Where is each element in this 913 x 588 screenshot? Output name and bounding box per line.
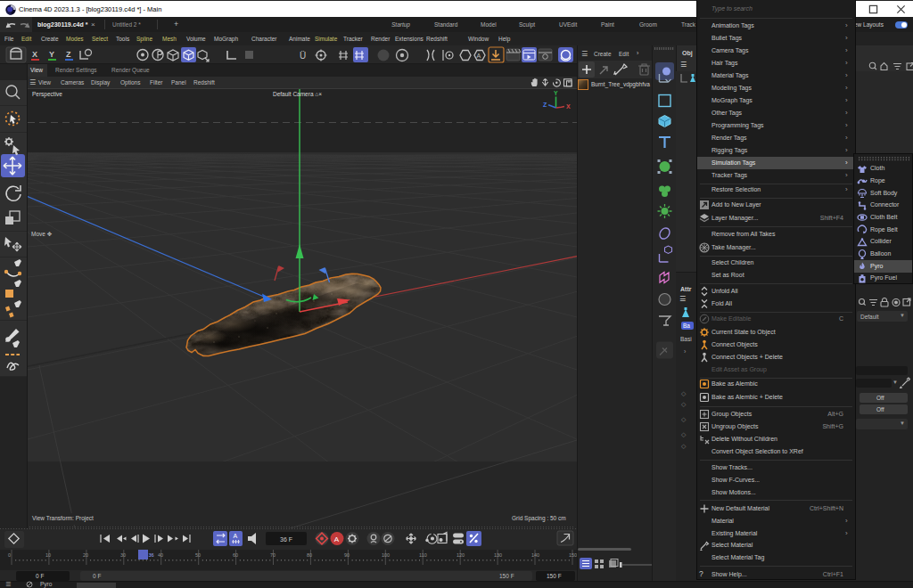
svg-text:110: 110 [419, 552, 427, 558]
svg-text:10: 10 [45, 552, 51, 558]
svg-text:130: 130 [494, 552, 502, 558]
svg-text:Basi: Basi [680, 336, 692, 342]
svg-text:A: A [334, 535, 340, 543]
svg-text:Y: Y [554, 90, 558, 96]
svg-text:120: 120 [456, 552, 465, 558]
svg-text:0: 0 [8, 552, 11, 558]
svg-text:A: A [477, 53, 481, 59]
svg-text:90: 90 [344, 552, 350, 558]
svg-text:A: A [234, 533, 238, 539]
svg-text:140: 140 [531, 552, 539, 558]
svg-text:70: 70 [270, 552, 276, 558]
svg-text:Z: Z [66, 50, 71, 59]
svg-text:X: X [566, 103, 571, 110]
svg-text:36 F: 36 F [280, 536, 292, 543]
svg-text:Ü: Ü [300, 51, 306, 61]
svg-text:50: 50 [195, 552, 201, 558]
svg-text:36: 36 [149, 552, 154, 558]
svg-text:Y: Y [49, 50, 54, 59]
svg-text:20: 20 [83, 552, 88, 558]
svg-text:X: X [32, 50, 37, 59]
svg-text:150: 150 [569, 552, 577, 558]
svg-text:›: › [684, 348, 687, 355]
svg-text:30: 30 [120, 552, 126, 558]
svg-text:40: 40 [158, 552, 163, 558]
svg-text:Z: Z [543, 102, 547, 108]
svg-text:100: 100 [382, 552, 390, 558]
svg-text:Ba: Ba [683, 323, 690, 329]
svg-text:80: 80 [307, 552, 312, 558]
svg-text:60: 60 [233, 552, 238, 558]
